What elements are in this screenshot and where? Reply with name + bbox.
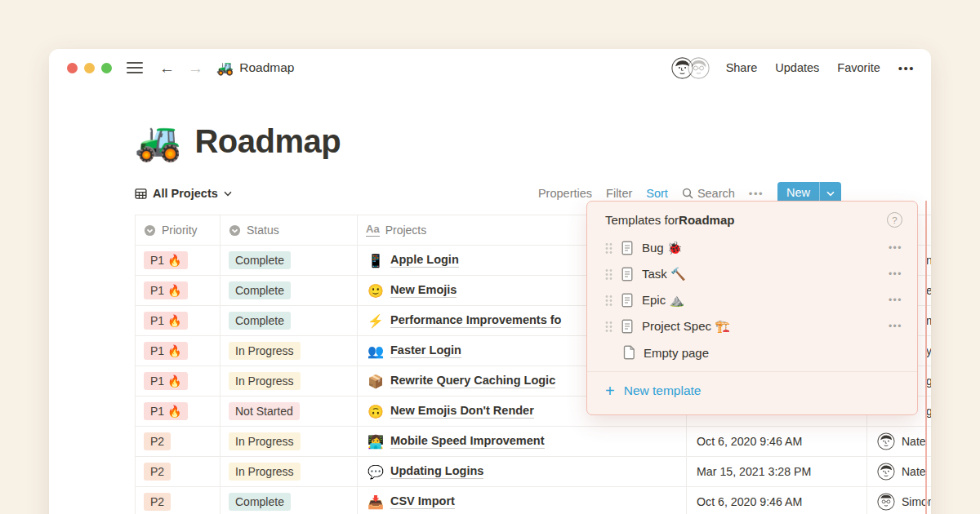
priority-cell[interactable]: P2	[136, 457, 220, 486]
template-more-icon[interactable]: •••	[889, 295, 902, 306]
project-cell[interactable]: 👩‍💻Mobile Speed Improvement	[358, 427, 687, 456]
template-item-epic[interactable]: Epic ⛰️ •••	[587, 287, 917, 313]
status-badge: Complete	[229, 251, 291, 269]
person-cell[interactable]: Nate	[867, 457, 931, 486]
priority-cell[interactable]: P1 🔥	[136, 306, 220, 335]
share-button[interactable]: Share	[726, 61, 758, 74]
priority-badge: P1 🔥	[144, 402, 188, 420]
template-label: Task 🔨	[642, 267, 686, 281]
template-more-icon[interactable]: •••	[889, 321, 902, 332]
project-link[interactable]: Updating Logins	[390, 464, 483, 479]
priority-cell[interactable]: P1 🔥	[136, 336, 220, 366]
popup-title-name: Roadmap	[679, 213, 734, 227]
priority-cell[interactable]: P2	[136, 487, 220, 514]
avatar[interactable]	[688, 57, 710, 79]
project-link[interactable]: Performance Improvements fo	[390, 313, 562, 328]
priority-cell[interactable]: P1 🔥	[136, 246, 220, 275]
status-cell[interactable]: Complete	[220, 306, 358, 335]
select-property-icon	[229, 224, 241, 237]
page-title-emoji: 🚜	[135, 122, 181, 160]
status-cell[interactable]: In Progress	[220, 336, 358, 366]
back-button[interactable]: ←	[159, 60, 175, 76]
status-cell[interactable]: Complete	[220, 487, 358, 514]
status-badge: In Progress	[229, 372, 301, 390]
status-cell[interactable]: Complete	[220, 246, 358, 275]
more-options-icon[interactable]: •••	[898, 61, 915, 75]
priority-cell[interactable]: P2	[136, 427, 220, 456]
select-property-icon	[144, 224, 156, 237]
window-controls	[67, 63, 112, 73]
table-view-icon	[135, 188, 147, 200]
template-item-task[interactable]: Task 🔨 •••	[587, 261, 917, 287]
priority-badge: P1 🔥	[144, 342, 188, 360]
empty-page-icon	[623, 345, 635, 360]
template-item-empty-page[interactable]: Empty page	[587, 339, 917, 366]
page-title: 🚜 Roadmap	[135, 122, 931, 160]
status-badge: Complete	[229, 312, 291, 330]
sort-button[interactable]: Sort	[646, 187, 668, 200]
template-label: Project Spec 🏗️	[642, 319, 730, 334]
properties-button[interactable]: Properties	[538, 187, 592, 200]
project-link[interactable]: Faster Login	[390, 343, 461, 358]
priority-cell[interactable]: P1 🔥	[136, 276, 220, 305]
member-avatars[interactable]	[671, 57, 710, 79]
view-switcher[interactable]: All Projects	[135, 187, 232, 200]
filter-button[interactable]: Filter	[606, 187, 632, 200]
status-cell[interactable]: In Progress	[220, 366, 358, 396]
date-cell[interactable]: Oct 6, 2020 9:46 AM	[687, 487, 867, 514]
template-item-bug[interactable]: Bug 🐞 •••	[587, 235, 917, 261]
template-item-project-spec[interactable]: Project Spec 🏗️ •••	[587, 313, 917, 339]
search-icon	[682, 188, 693, 199]
project-link[interactable]: New Emojis Don't Render	[390, 404, 534, 419]
view-name: All Projects	[153, 187, 218, 200]
priority-cell[interactable]: P1 🔥	[136, 366, 220, 396]
project-cell[interactable]: 📥CSV Import	[358, 487, 687, 514]
drag-handle-icon[interactable]	[605, 321, 612, 333]
close-window-button[interactable]	[67, 63, 78, 73]
date-cell[interactable]: Mar 15, 2021 3:28 PM	[687, 457, 867, 486]
minimize-window-button[interactable]	[84, 63, 95, 73]
project-link[interactable]: Rewrite Query Caching Logic	[390, 374, 555, 388]
person-cell[interactable]: Simon	[867, 487, 931, 514]
top-bar: ← → 🚜 Roadmap Share Updates Favorite	[49, 49, 931, 86]
new-template-button[interactable]: + New template	[587, 372, 917, 409]
table-row: P2 In Progress 💬Updating Logins Mar 15, …	[136, 457, 931, 487]
project-cell[interactable]: 💬Updating Logins	[358, 457, 687, 486]
forward-button[interactable]: →	[188, 60, 203, 76]
project-link[interactable]: New Emojis	[390, 283, 457, 298]
breadcrumb[interactable]: 🚜 Roadmap	[216, 60, 294, 77]
person-avatar	[877, 432, 895, 450]
template-more-icon[interactable]: •••	[889, 268, 902, 280]
status-cell[interactable]: Not Started	[220, 397, 358, 426]
template-label: Empty page	[644, 346, 709, 360]
help-icon[interactable]: ?	[887, 212, 902, 228]
status-cell[interactable]: In Progress	[220, 457, 358, 486]
status-cell[interactable]: In Progress	[220, 427, 358, 456]
template-more-icon[interactable]: •••	[889, 242, 902, 254]
toolbar-more-icon[interactable]: •••	[749, 188, 764, 200]
zoom-window-button[interactable]	[101, 63, 112, 73]
title-property-icon: Aa	[366, 224, 380, 237]
priority-cell[interactable]: P1 🔥	[136, 397, 220, 426]
person-avatar	[877, 463, 895, 481]
search-button[interactable]: Search	[682, 187, 735, 200]
date-cell[interactable]: Oct 6, 2020 9:46 AM	[687, 427, 867, 456]
project-link[interactable]: Apple Login	[390, 253, 459, 268]
project-emoji-icon: 📥	[368, 494, 384, 510]
updates-button[interactable]: Updates	[775, 61, 819, 74]
column-header-status[interactable]: Status	[220, 215, 358, 245]
drag-handle-icon[interactable]	[605, 242, 612, 255]
priority-badge: P2	[144, 493, 171, 511]
page-emoji-icon: 🚜	[216, 60, 234, 77]
status-cell[interactable]: Complete	[220, 276, 358, 305]
column-header-priority[interactable]: Priority	[136, 215, 220, 245]
drag-handle-icon[interactable]	[605, 295, 612, 307]
project-link[interactable]: CSV Import	[390, 494, 455, 509]
breadcrumb-title: Roadmap	[239, 60, 294, 75]
project-emoji-icon: 🙂	[368, 283, 384, 299]
drag-handle-icon[interactable]	[605, 268, 612, 281]
favorite-button[interactable]: Favorite	[837, 61, 880, 74]
project-link[interactable]: Mobile Speed Improvement	[390, 434, 545, 449]
sidebar-toggle-icon[interactable]	[127, 62, 143, 73]
person-cell[interactable]: Nate	[867, 427, 931, 456]
